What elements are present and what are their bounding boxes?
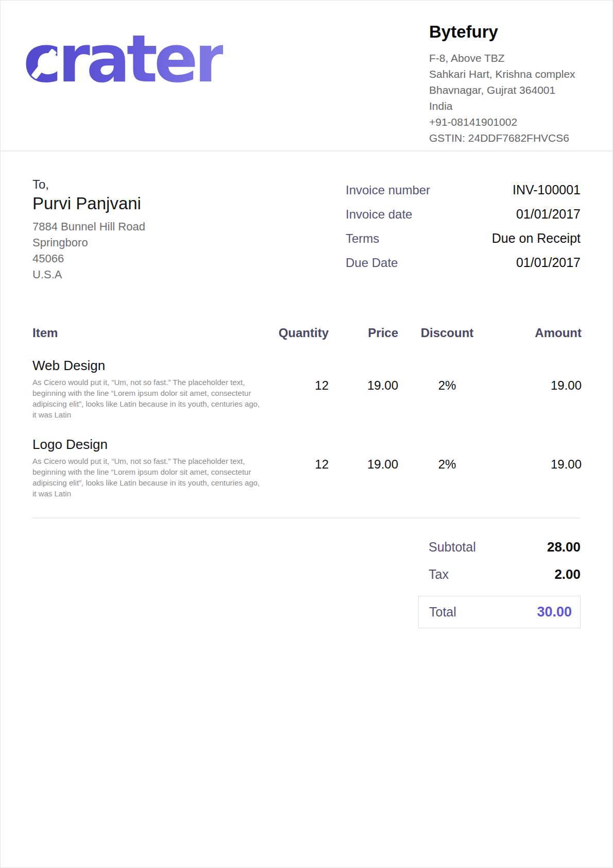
tax-row: Tax 2.00	[418, 566, 581, 582]
terms-label: Terms	[346, 231, 379, 246]
subtotal-row: Subtotal 28.00	[418, 539, 581, 555]
item-amount: 19.00	[496, 437, 582, 515]
due-date-row: Due Date 01/01/2017	[346, 255, 581, 270]
invoice-number-label: Invoice number	[346, 183, 430, 197]
tax-value: 2.00	[554, 566, 581, 582]
total-value: 30.00	[537, 604, 572, 620]
crater-logo: crater	[23, 22, 223, 97]
item-description: As Cicero would put it, “Um, not so fast…	[32, 377, 265, 420]
column-header-quantity: Quantity	[254, 326, 329, 358]
item-quantity: 12	[254, 358, 329, 437]
subtotal-label: Subtotal	[429, 540, 476, 555]
company-gstin: GSTIN: 24DDF7682FHVCS6	[429, 130, 589, 146]
customer-address-line: 7884 Bunnel Hill Road	[32, 219, 145, 235]
crater-logo-text: crater	[23, 22, 223, 97]
item-description: As Cicero would put it, “Um, not so fast…	[32, 456, 265, 499]
item-name: Logo Design	[32, 437, 254, 453]
invoice-number-value: INV-100001	[513, 182, 581, 197]
billing-section: To, Purvi Panjvani 7884 Bunnel Hill Road…	[1, 177, 612, 282]
item-amount: 19.00	[496, 358, 582, 437]
bill-to: To, Purvi Panjvani 7884 Bunnel Hill Road…	[32, 177, 145, 282]
company-address-line: F-8, Above TBZ	[429, 50, 589, 66]
terms-value: Due on Receipt	[492, 231, 581, 246]
invoice-date-label: Invoice date	[346, 207, 412, 222]
item-name: Web Design	[32, 358, 254, 374]
customer-address-line: Springboro	[32, 235, 145, 251]
total-box: Total 30.00	[418, 596, 581, 628]
customer-name: Purvi Panjvani	[32, 194, 145, 213]
due-date-value: 01/01/2017	[516, 255, 581, 270]
company-address-line: Sahkari Hart, Krishna complex	[429, 66, 589, 82]
company-name: Bytefury	[429, 22, 589, 42]
invoice-page: crater Bytefury F-8, Above TBZ Sahkari H…	[0, 0, 613, 868]
bill-to-label: To,	[32, 177, 145, 192]
column-header-item: Item	[32, 326, 254, 358]
item-discount: 2%	[398, 437, 496, 515]
item-price: 19.00	[329, 358, 398, 437]
item-cell: Web Design As Cicero would put it, “Um, …	[32, 358, 254, 437]
total-label: Total	[429, 605, 456, 620]
item-discount: 2%	[398, 358, 496, 437]
table-divider	[32, 518, 581, 519]
column-header-amount: Amount	[496, 326, 582, 358]
terms-row: Terms Due on Receipt	[346, 231, 581, 246]
customer-address-line: 45066	[32, 251, 145, 266]
tax-label: Tax	[429, 567, 449, 582]
item-price: 19.00	[329, 437, 398, 515]
company-address-line: India	[429, 98, 589, 114]
company-phone: +91-08141901002	[429, 114, 589, 130]
invoice-meta: Invoice number INV-100001 Invoice date 0…	[346, 182, 581, 282]
totals-section: Subtotal 28.00 Tax 2.00 Total 30.00	[1, 539, 612, 628]
invoice-date-value: 01/01/2017	[516, 207, 581, 222]
column-header-price: Price	[329, 326, 398, 358]
item-quantity: 12	[254, 437, 329, 515]
company-info: Bytefury F-8, Above TBZ Sahkari Hart, Kr…	[429, 22, 589, 146]
items-table: Item Quantity Price Discount Amount Web …	[1, 326, 612, 519]
invoice-header: crater Bytefury F-8, Above TBZ Sahkari H…	[1, 1, 612, 152]
company-address-line: Bhavnagar, Gujrat 364001	[429, 82, 589, 98]
invoice-number-row: Invoice number INV-100001	[346, 182, 581, 197]
column-header-discount: Discount	[398, 326, 496, 358]
subtotal-value: 28.00	[547, 539, 581, 555]
item-cell: Logo Design As Cicero would put it, “Um,…	[32, 437, 254, 515]
due-date-label: Due Date	[346, 256, 398, 270]
customer-address-line: U.S.A	[32, 266, 145, 282]
invoice-date-row: Invoice date 01/01/2017	[346, 207, 581, 222]
